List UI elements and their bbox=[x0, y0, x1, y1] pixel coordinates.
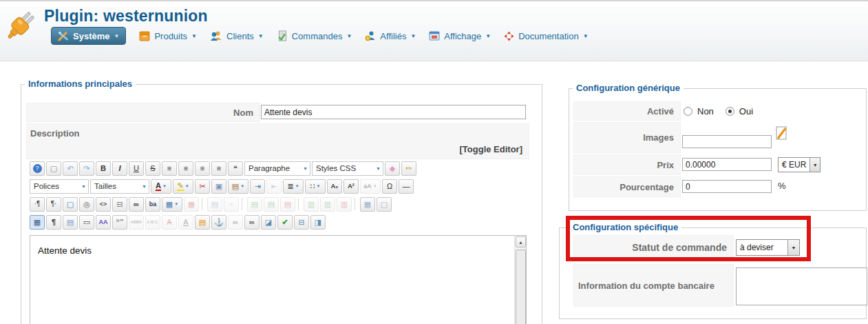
currency-select[interactable]: € EUR ▼ bbox=[778, 157, 821, 172]
pourcentage-input[interactable] bbox=[682, 180, 772, 193]
undo-glyph: ↶ bbox=[67, 165, 73, 172]
paste-from-word-icon[interactable]: ▤ bbox=[63, 215, 78, 230]
insert-layer-icon[interactable]: ◨ bbox=[310, 215, 326, 230]
new-document-icon[interactable]: ▢ bbox=[46, 161, 61, 176]
style-properties-icon[interactable]: ⊟ bbox=[294, 215, 309, 230]
cell-properties-icon[interactable]: ▫ bbox=[224, 197, 239, 212]
edit-pencil-icon[interactable] bbox=[776, 126, 789, 141]
acronym-icon[interactable]: A.B.C. bbox=[145, 215, 160, 230]
bold-icon[interactable]: B bbox=[96, 161, 111, 176]
insert-column-after-icon[interactable]: ▥ bbox=[320, 197, 335, 212]
merge-cells-icon[interactable]: ▢ bbox=[377, 197, 392, 212]
unlink-icon[interactable]: ∞ bbox=[228, 215, 243, 230]
delete-row-icon[interactable]: ▤ bbox=[280, 197, 295, 212]
visual-font-icon[interactable]: AA bbox=[96, 215, 111, 230]
highlight-color-icon[interactable]: ✎▼ bbox=[173, 179, 193, 194]
nonbreaking-space-icon[interactable]: ▭ bbox=[79, 215, 94, 230]
info-compte-textarea[interactable] bbox=[736, 267, 867, 305]
nav-item-systeme[interactable]: Système ▼ bbox=[51, 27, 126, 45]
split-cells-icon[interactable]: ▦ bbox=[360, 197, 375, 212]
source-code-icon[interactable]: <> bbox=[96, 197, 111, 212]
radio-non-label: Non bbox=[697, 106, 714, 117]
font-size-select[interactable]: Tailles▼ bbox=[90, 179, 149, 194]
align-center-icon[interactable]: ≡ bbox=[178, 161, 193, 176]
scrollbar-up-arrow-icon[interactable]: ▲ bbox=[516, 236, 526, 247]
align-justify-icon[interactable]: ≡ bbox=[211, 161, 226, 176]
copy-icon[interactable]: ▣ bbox=[211, 179, 226, 194]
align-left-icon[interactable]: ≡ bbox=[162, 161, 177, 176]
delete-column-icon[interactable]: ▥ bbox=[337, 197, 352, 212]
fullscreen-icon[interactable]: ▢ bbox=[63, 197, 78, 212]
horizontal-rule-icon[interactable]: — bbox=[399, 179, 414, 194]
superscript-icon[interactable]: A² bbox=[343, 179, 359, 194]
visual-aid-guidelines-icon[interactable]: ▦ bbox=[30, 215, 45, 230]
css-styles-select[interactable]: Styles CSS▼ bbox=[312, 161, 383, 176]
cleanup-icon[interactable]: ✏ bbox=[401, 161, 416, 176]
special-character-icon[interactable]: Ω bbox=[382, 179, 397, 194]
rtl-paragraph-icon[interactable]: ¶· bbox=[46, 197, 61, 212]
case-change-icon[interactable]: aA▼ bbox=[360, 179, 381, 194]
font-family-select[interactable]: Polices▼ bbox=[30, 179, 89, 194]
nav-item-affichage[interactable]: Affichage ▼ bbox=[429, 30, 491, 41]
find-replace-icon[interactable]: ba bbox=[145, 197, 160, 212]
strikethrough-icon[interactable]: S bbox=[145, 161, 160, 176]
search-icon[interactable]: ∞ bbox=[129, 197, 144, 212]
statut-select[interactable]: à deviser ▼ bbox=[736, 239, 800, 256]
info-compte-label-cell: Information du compte bancaire bbox=[573, 264, 734, 307]
delete-table-icon[interactable]: ▦ bbox=[184, 197, 199, 212]
redo-icon[interactable]: ↷ bbox=[79, 161, 94, 176]
deleted-text-icon[interactable]: A bbox=[162, 215, 177, 230]
text-color-icon[interactable]: A▼ bbox=[151, 179, 171, 194]
help-icon[interactable]: ? bbox=[30, 161, 45, 176]
prix-input[interactable] bbox=[682, 158, 772, 171]
attributes-icon[interactable]: ▤ bbox=[195, 215, 210, 230]
blockquote-icon[interactable]: ❝ bbox=[228, 161, 243, 176]
outdent-icon[interactable]: ⇤ bbox=[266, 179, 282, 194]
radio-non[interactable] bbox=[684, 107, 692, 116]
numbered-list-icon[interactable]: ≣▼ bbox=[283, 179, 304, 194]
scrollbar-thumb[interactable] bbox=[516, 250, 526, 324]
nav-item-produits[interactable]: Produits ▼ bbox=[139, 30, 197, 41]
insert-row-before-icon[interactable]: ▤ bbox=[247, 197, 262, 212]
radio-oui[interactable] bbox=[726, 107, 734, 116]
bullet-list-glyph: ∷ bbox=[310, 183, 315, 190]
insert-image-icon[interactable]: ◪ bbox=[261, 215, 276, 230]
underline-icon[interactable]: U bbox=[129, 161, 144, 176]
nom-input[interactable] bbox=[261, 105, 526, 119]
eraser-icon[interactable]: ◆ bbox=[385, 161, 400, 176]
italic-icon[interactable]: I bbox=[112, 161, 127, 176]
toolbar-separator bbox=[354, 198, 357, 210]
preview-icon[interactable]: ◎ bbox=[79, 197, 94, 212]
undo-icon[interactable]: ↶ bbox=[63, 161, 78, 176]
inserted-text-icon[interactable]: A bbox=[178, 215, 193, 230]
ltr-paragraph-icon[interactable]: ·¶ bbox=[30, 197, 45, 212]
subscript-icon[interactable]: A₂ bbox=[327, 179, 342, 194]
editor-scrollbar[interactable]: ▲ bbox=[514, 236, 526, 324]
align-right-icon[interactable]: ≡ bbox=[195, 161, 210, 176]
link-icon[interactable]: ∞ bbox=[244, 215, 260, 230]
print-icon[interactable]: ⊟ bbox=[112, 197, 127, 212]
nav-item-commandes[interactable]: Commandes ▼ bbox=[277, 30, 352, 41]
nav-item-documentation[interactable]: Documentation ▼ bbox=[504, 31, 588, 41]
images-input[interactable] bbox=[682, 135, 772, 148]
row-properties-icon[interactable]: ▤ bbox=[207, 197, 222, 212]
editor-content-area[interactable]: Attente devis ▲ bbox=[30, 235, 527, 324]
anchor-icon[interactable]: ⚓ bbox=[211, 215, 226, 230]
insert-row-after-icon[interactable]: ▤ bbox=[264, 197, 279, 212]
paste-icon[interactable]: ▤▼ bbox=[228, 179, 248, 194]
nav-item-affilies[interactable]: Affiliés ▼ bbox=[365, 30, 416, 41]
cell-properties-glyph: ▫ bbox=[230, 201, 233, 208]
chevron-down-icon: ▼ bbox=[142, 184, 147, 189]
spellcheck-icon[interactable]: ✔ bbox=[277, 215, 293, 230]
show-blocks-icon[interactable]: ¶ bbox=[46, 215, 61, 230]
quotation-icon[interactable]: “” bbox=[112, 215, 127, 230]
nav-item-clients[interactable]: Clients ▼ bbox=[210, 30, 264, 41]
paragraph-format-select[interactable]: Paragraphe▼ bbox=[244, 161, 310, 176]
cut-icon[interactable]: ✂ bbox=[195, 179, 210, 194]
toggle-editor-link[interactable]: [Toggle Editor] bbox=[460, 144, 522, 154]
insert-table-icon[interactable]: ▦▼ bbox=[162, 197, 182, 212]
insert-column-before-icon[interactable]: ▥ bbox=[304, 197, 319, 212]
abbreviation-icon[interactable]: ABBR bbox=[129, 215, 144, 230]
indent-icon[interactable]: ⇥ bbox=[250, 179, 265, 194]
bullet-list-icon[interactable]: ∷▼ bbox=[305, 179, 326, 194]
